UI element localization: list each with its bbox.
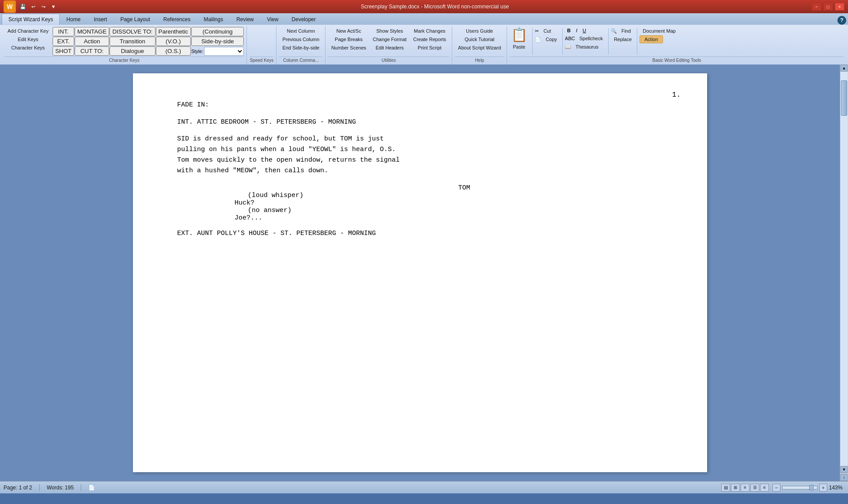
find-button[interactable]: Find bbox=[618, 27, 634, 35]
outline-view-button[interactable]: ☰ bbox=[750, 484, 759, 492]
status-bar: Page: 1 of 2 Words: 195 📄 ▤ ⊞ ≡ ☰ ≡ − + … bbox=[0, 481, 848, 493]
office-logo[interactable]: W bbox=[4, 0, 16, 13]
column-buttons: Next Column Previous Column End Side-by-… bbox=[279, 27, 322, 56]
scroll-thumb[interactable] bbox=[841, 80, 847, 116]
key-action[interactable]: Action bbox=[75, 37, 109, 46]
replace-button[interactable]: Replace bbox=[611, 35, 635, 43]
save-button[interactable]: 💾 bbox=[19, 2, 27, 11]
full-screen-button[interactable]: ⊞ bbox=[731, 484, 740, 492]
show-styles-button[interactable]: Show Styles bbox=[370, 27, 409, 35]
print-script-button[interactable]: Print Script bbox=[410, 44, 449, 52]
tab-references[interactable]: References bbox=[157, 13, 197, 25]
tab-script-wizard-keys[interactable]: Script Wizard Keys bbox=[2, 14, 60, 25]
speed-keys-group: Speed Keys bbox=[247, 26, 276, 64]
zoom-slider-thumb[interactable] bbox=[809, 485, 814, 490]
edit-headers-button[interactable]: Edit Headers bbox=[370, 44, 409, 52]
scroll-up-button[interactable]: ▲ bbox=[840, 64, 848, 72]
create-reports-button[interactable]: Create Reports bbox=[410, 35, 449, 43]
scroll-down-button[interactable]: ▼ bbox=[840, 466, 848, 473]
scene-heading-text-2: EXT. AUNT POLLY'S HOUSE - ST. PETERSBERG… bbox=[177, 230, 663, 237]
key-sidebyside[interactable]: Side-by-side bbox=[191, 37, 244, 46]
clipboard-group-label: Basic Word Editing Tools bbox=[510, 57, 844, 64]
style-select[interactable] bbox=[204, 47, 244, 56]
action-block: SID is dressed and ready for school, but… bbox=[177, 134, 663, 176]
help-icon[interactable]: ? bbox=[837, 16, 846, 25]
fade-in-text: FADE IN: bbox=[177, 100, 663, 110]
key-vo[interactable]: (V.O.) bbox=[156, 37, 191, 46]
key-continuing[interactable]: (Continuing bbox=[191, 27, 244, 36]
key-dialogue[interactable]: Dialogue bbox=[110, 46, 155, 56]
key-dissolve[interactable]: DISSOLVE TO: bbox=[110, 27, 155, 36]
bold-button[interactable]: B bbox=[565, 27, 573, 34]
document-page[interactable]: 1. FADE IN: INT. ATTIC BEDROOM - ST. PET… bbox=[133, 73, 707, 472]
action-button[interactable]: Action bbox=[640, 35, 663, 43]
previous-column-button[interactable]: Previous Column bbox=[279, 35, 322, 43]
end-sidebyside-button[interactable]: End Side-by-side bbox=[279, 44, 322, 52]
customize-button[interactable]: ▼ bbox=[49, 2, 58, 11]
action-badge: Action bbox=[640, 35, 679, 43]
key-cutto[interactable]: CUT TO: bbox=[75, 46, 109, 56]
key-int[interactable]: INT. bbox=[53, 27, 74, 36]
docmap-row: Document Map bbox=[640, 27, 679, 35]
draft-view-button[interactable]: ≡ bbox=[760, 484, 769, 492]
copy-button[interactable]: Copy bbox=[542, 35, 560, 43]
print-view-button[interactable]: ▤ bbox=[721, 484, 730, 492]
key-transition[interactable]: Transition bbox=[110, 37, 155, 46]
next-column-button[interactable]: Next Column bbox=[279, 27, 322, 35]
maximize-button[interactable]: □ bbox=[823, 3, 833, 11]
cut-button[interactable]: Cut bbox=[540, 27, 554, 35]
change-format-button[interactable]: Change Format bbox=[370, 35, 409, 43]
cut-copy-section: ✂ Cut 📄 Copy bbox=[535, 27, 560, 43]
title-bar-left: W 💾 ↩ ↪ ▼ bbox=[4, 0, 58, 13]
spellcheck-button[interactable]: Spellcheck bbox=[576, 34, 606, 42]
key-ext[interactable]: EXT. bbox=[53, 37, 74, 46]
tab-home[interactable]: Home bbox=[60, 13, 87, 25]
web-view-button[interactable]: ≡ bbox=[741, 484, 750, 492]
character-keys-group: Add Character Key Edit Keys Character Ke… bbox=[2, 26, 247, 64]
tab-view[interactable]: View bbox=[261, 13, 285, 25]
character-keys-button[interactable]: Character Keys bbox=[4, 44, 52, 52]
about-script-wizard-button[interactable]: About Script Wizard bbox=[455, 44, 504, 52]
tab-row: Script Wizard Keys Home Insert Page Layo… bbox=[0, 13, 848, 25]
paste-button[interactable]: Paste bbox=[510, 43, 528, 51]
thesaurus-button[interactable]: Thesaurus bbox=[572, 43, 602, 51]
page-breaks-button[interactable]: Page Breaks bbox=[328, 35, 369, 43]
tab-developer[interactable]: Developer bbox=[285, 13, 322, 25]
tab-review[interactable]: Review bbox=[230, 13, 260, 25]
vertical-scrollbar: ▲ ▼ ↕ bbox=[840, 64, 848, 481]
paste-icon[interactable]: 📋 bbox=[511, 27, 527, 42]
dialogue-1: Huck? bbox=[235, 199, 606, 207]
mark-changes-button[interactable]: Mark Changes bbox=[410, 27, 449, 35]
sep1 bbox=[532, 28, 533, 55]
key-os[interactable]: (O.S.) bbox=[156, 46, 191, 56]
redo-button[interactable]: ↪ bbox=[39, 2, 48, 11]
add-character-key-button[interactable]: Add Character Key bbox=[4, 27, 52, 35]
speed-keys-buttons bbox=[250, 27, 273, 56]
ribbon: Script Wizard Keys Home Insert Page Layo… bbox=[0, 13, 848, 64]
italic-button[interactable]: I bbox=[574, 27, 579, 34]
scroll-end-button[interactable]: ↕ bbox=[840, 474, 848, 481]
tab-page-layout[interactable]: Page Layout bbox=[114, 13, 156, 25]
edit-keys-button[interactable]: Edit Keys bbox=[4, 35, 52, 43]
underline-button[interactable]: U bbox=[580, 27, 588, 34]
users-guide-button[interactable]: Users Guide bbox=[455, 27, 504, 35]
document-map-button[interactable]: Document Map bbox=[640, 27, 679, 35]
number-scenes-button[interactable]: Number Scenes bbox=[328, 44, 369, 52]
zoom-slider[interactable] bbox=[782, 486, 818, 489]
dialogue-block: TOM (loud whisper) Huck? (no answer) Joe… bbox=[177, 184, 663, 222]
tab-mailings[interactable]: Mailings bbox=[197, 13, 230, 25]
sep2 bbox=[562, 28, 563, 55]
quick-tutorial-button[interactable]: Quick Tutorial bbox=[455, 35, 504, 43]
close-button[interactable]: × bbox=[835, 3, 844, 11]
undo-button[interactable]: ↩ bbox=[29, 2, 38, 11]
tab-insert[interactable]: Insert bbox=[87, 13, 114, 25]
minimize-button[interactable]: − bbox=[812, 3, 822, 11]
zoom-out-button[interactable]: − bbox=[772, 484, 780, 492]
zoom-in-button[interactable]: + bbox=[819, 484, 827, 492]
view-buttons: ▤ ⊞ ≡ ☰ ≡ bbox=[721, 484, 769, 492]
key-shot[interactable]: SHOT bbox=[53, 46, 74, 56]
key-montage[interactable]: MONTAGE bbox=[75, 27, 109, 36]
new-act-button[interactable]: New Act/Sc bbox=[328, 27, 369, 35]
scroll-track[interactable] bbox=[840, 72, 848, 466]
key-parenthetic[interactable]: Parenthetic bbox=[156, 27, 191, 36]
